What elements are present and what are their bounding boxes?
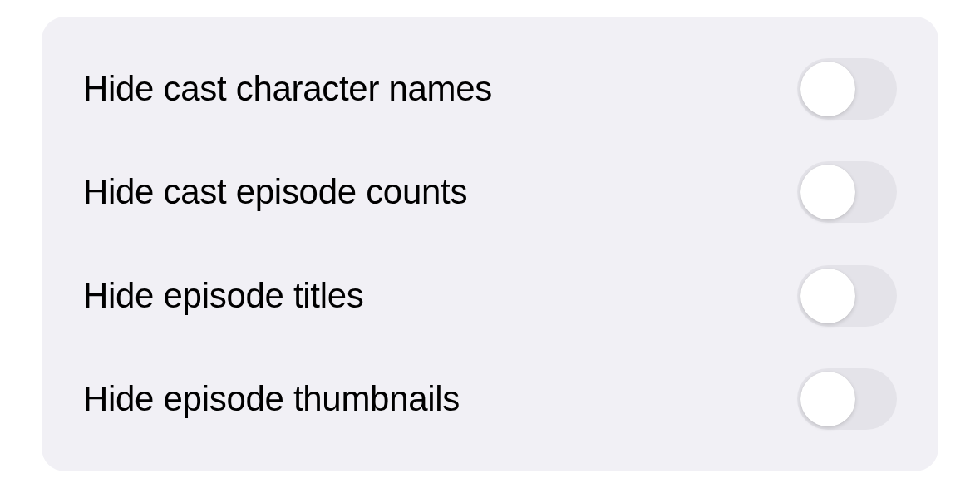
toggle-hide-cast-character-names[interactable] [797,58,897,120]
toggle-knob [800,269,855,323]
setting-row-hide-episode-thumbnails: Hide episode thumbnails [83,368,897,430]
settings-panel: Hide cast character names Hide cast epis… [42,17,938,471]
setting-label: Hide cast character names [83,69,492,109]
toggle-knob [800,165,855,219]
toggle-knob [800,372,855,426]
setting-label: Hide episode titles [83,276,364,316]
setting-label: Hide episode thumbnails [83,379,460,419]
setting-row-hide-episode-titles: Hide episode titles [83,265,897,327]
toggle-hide-episode-titles[interactable] [797,265,897,327]
toggle-hide-episode-thumbnails[interactable] [797,368,897,430]
toggle-knob [800,62,855,116]
toggle-hide-cast-episode-counts[interactable] [797,161,897,223]
setting-row-hide-cast-character-names: Hide cast character names [83,58,897,120]
setting-label: Hide cast episode counts [83,172,467,212]
setting-row-hide-cast-episode-counts: Hide cast episode counts [83,161,897,223]
